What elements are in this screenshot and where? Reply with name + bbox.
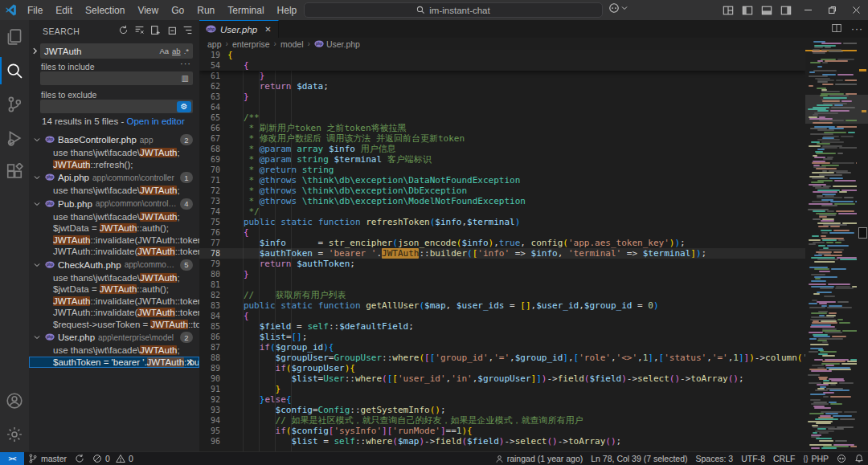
breadcrumb-User.php[interactable]: phpUser.php — [314, 39, 360, 49]
more-actions-icon[interactable]: ··· — [851, 23, 863, 35]
activity-source-control-icon[interactable] — [0, 88, 29, 121]
code-line-71[interactable]: 71 * @throws \think\db\exception\DataNot… — [199, 175, 805, 186]
code-line-72[interactable]: 72 * @throws \think\db\exception\DbExcep… — [199, 186, 805, 196]
search-match-row[interactable]: JWTAuth::invalidate(JWTAuth::token()->ge… — [29, 235, 199, 247]
code-line-64[interactable]: 64 — [199, 102, 805, 112]
dismiss-match-icon[interactable]: ✕ — [186, 357, 194, 369]
panel-left-icon[interactable] — [738, 0, 757, 20]
activity-extensions-icon[interactable] — [0, 155, 29, 189]
command-center-search[interactable]: im-instant-chat — [304, 2, 603, 18]
status-notifications[interactable] — [850, 452, 868, 465]
code-line-70[interactable]: 70 * @return string — [199, 165, 805, 175]
collapse-all-icon[interactable] — [166, 25, 177, 38]
result-file-Api.php[interactable]: phpApi.phpapp\common\controller1 — [29, 170, 199, 185]
status-branch[interactable]: master — [24, 452, 71, 465]
code-line-94[interactable]: 94 // 如果是社区模式，就只查询自己的好友，如果是企业模式，就查询所有用户 — [199, 415, 805, 426]
status-encoding[interactable]: UTF-8 — [737, 452, 769, 465]
copilot-menu[interactable] — [608, 2, 628, 14]
code-line-19[interactable]: 19{ — [199, 50, 805, 60]
layout-grid-icon[interactable] — [719, 0, 738, 20]
chevron-down-icon[interactable] — [34, 135, 42, 145]
code-line-76[interactable]: 76 { — [199, 227, 805, 238]
status-cursor-position[interactable]: Ln 78, Col 39 (7 selected) — [587, 452, 691, 465]
code-line-61[interactable]: 61 } — [199, 71, 805, 81]
tab-user-php[interactable]: php User.php ✕ — [199, 20, 279, 38]
code-line-78[interactable]: 78 $authToken = 'bearer '.JWTAuth::build… — [199, 248, 805, 259]
overview-ruler[interactable] — [857, 38, 868, 451]
chevron-down-icon[interactable] — [34, 260, 42, 270]
open-editors-only-icon[interactable]: ▥ — [182, 74, 189, 83]
panel-right-icon[interactable] — [776, 0, 796, 20]
sticky-scroll[interactable]: 19{54 { — [199, 50, 805, 71]
code-line-81[interactable]: 81 — [199, 279, 805, 290]
open-in-editor-link[interactable]: Open in editor — [126, 116, 184, 126]
code-line-96[interactable]: 96 $list = self::where($map)->field($fie… — [199, 436, 805, 447]
code-line-66[interactable]: 66 * 刷新用户token 之前token将被拉黑 — [199, 123, 805, 133]
status-problems[interactable]: 00 — [88, 452, 137, 465]
activity-explorer-icon[interactable] — [0, 20, 29, 54]
toggle-replace-icon[interactable] — [31, 46, 39, 57]
code-line-73[interactable]: 73 * @throws \think\db\exception\ModelNo… — [199, 196, 805, 206]
search-match-row[interactable]: JWTAuth::invalidate(JWTAuth::token()->ge… — [29, 246, 199, 258]
code-line-86[interactable]: 86 $list=[]; — [199, 332, 805, 342]
search-match-row[interactable]: $jwtData = JWTAuth::auth(); — [29, 283, 199, 296]
search-input[interactable]: JWTAuth Aa ab .* — [40, 43, 193, 59]
use-exclude-settings-toggle[interactable]: ⚙ — [177, 101, 191, 112]
restore-icon[interactable] — [820, 0, 844, 20]
search-match-row[interactable]: JWTAuth::refresh(); — [29, 159, 199, 171]
menu-view[interactable]: View — [131, 0, 165, 20]
clear-results-icon[interactable] — [134, 25, 145, 38]
minimap[interactable] — [805, 38, 857, 451]
minimize-icon[interactable] — [796, 0, 820, 20]
match-case-toggle[interactable]: Aa — [158, 46, 170, 56]
chevron-down-icon[interactable] — [34, 199, 42, 209]
status-eol[interactable]: CRLF — [769, 452, 799, 465]
code-line-77[interactable]: 77 $info = str_encipher(json_encode($inf… — [199, 238, 805, 248]
menu-go[interactable]: Go — [165, 0, 190, 20]
search-match-row[interactable]: $jwtData = JWTAuth::auth(); — [29, 222, 199, 235]
files-to-include-input[interactable]: ▥ — [40, 71, 193, 85]
code-line-85[interactable]: 85 $field = self::$defaultField; — [199, 321, 805, 332]
menu-selection[interactable]: Selection — [79, 0, 131, 20]
search-match-row[interactable]: JWTAuth::invalidate(JWTAuth::token()->ge… — [29, 307, 199, 319]
code-line-93[interactable]: 93 $config=Config::getSystemInfo(); — [199, 405, 805, 415]
search-match-row[interactable]: use thans\jwt\facade\JWTAuth; — [29, 185, 199, 197]
code-line-69[interactable]: 69 * @param string $terminal 客户端标识 — [199, 154, 805, 165]
toggle-search-details[interactable]: ··· — [180, 59, 191, 68]
search-match-row[interactable]: use thans\jwt\facade\JWTAuth; — [29, 147, 199, 159]
breadcrumb-enterprise[interactable]: enterprise — [232, 39, 270, 49]
menu-terminal[interactable]: Terminal — [221, 0, 270, 20]
code-line-82[interactable]: 82 // 获取所有用户列表 — [199, 290, 805, 300]
code-line-54[interactable]: 54 { — [199, 60, 805, 71]
code-line-87[interactable]: 87 if($group_id){ — [199, 342, 805, 353]
close-icon[interactable] — [844, 0, 868, 20]
menu-file[interactable]: File — [21, 0, 49, 20]
result-file-CheckAuth.php[interactable]: phpCheckAuth.phpapp\common\middle...5 — [29, 258, 199, 272]
search-match-row[interactable]: $authToken = 'bearer '.JWTAuth::buil...✕ — [29, 357, 199, 369]
regex-toggle[interactable]: .* — [182, 46, 190, 56]
code-line-79[interactable]: 79 return $authToken; — [199, 259, 805, 269]
menu-help[interactable]: Help — [271, 0, 304, 20]
result-file-BaseController.php[interactable]: phpBaseController.phpapp2 — [29, 133, 199, 147]
code-line-63[interactable]: 63 } — [199, 92, 805, 102]
code-line-67[interactable]: 67 * 修改用户数据后 调用该方法 并返回前台更新token — [199, 133, 805, 144]
search-match-row[interactable]: JWTAuth::invalidate(JWTAuth::token()->ge… — [29, 296, 199, 308]
result-file-User.php[interactable]: phpUser.phpapp\enterprise\model2 — [29, 330, 199, 345]
search-match-row[interactable]: use thans\jwt\facade\JWTAuth; — [29, 345, 199, 357]
menu-edit[interactable]: Edit — [49, 0, 79, 20]
search-match-row[interactable]: $request->userToken = JWTAuth::token()->… — [29, 319, 199, 331]
close-tab-icon[interactable]: ✕ — [264, 25, 271, 34]
refresh-icon[interactable] — [118, 25, 129, 38]
activity-search-icon[interactable] — [0, 54, 29, 88]
status-blame[interactable]: raingad (1 year ago) — [491, 452, 588, 465]
menu-run[interactable]: Run — [190, 0, 221, 20]
code-line-83[interactable]: 83 public static function getAllUser($ma… — [199, 300, 805, 311]
code-line-75[interactable]: 75 public static function refreshToken($… — [199, 217, 805, 227]
search-match-row[interactable]: use thans\jwt\facade\JWTAuth; — [29, 272, 199, 284]
result-file-Pub.php[interactable]: phpPub.phpapp\common\controller4 — [29, 197, 199, 211]
code-line-74[interactable]: 74 */ — [199, 206, 805, 217]
code-line-90[interactable]: 90 $list=User::where([['user_id','in',$g… — [199, 373, 805, 384]
status-sync[interactable] — [71, 452, 88, 465]
whole-word-toggle[interactable]: ab — [170, 46, 182, 56]
code-line-95[interactable]: 95 if($config['sysInfo']['runMode']==1){ — [199, 426, 805, 436]
